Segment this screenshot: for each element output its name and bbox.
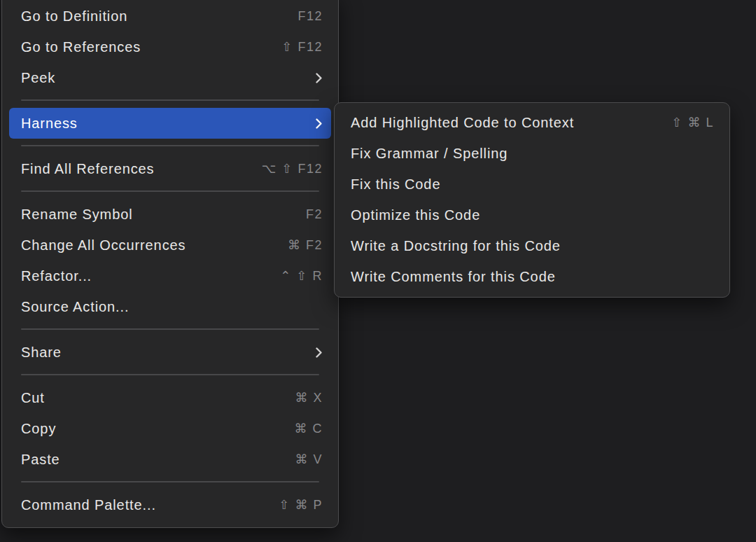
menu-item-label: Optimize this Code bbox=[351, 207, 480, 223]
shortcut-label: ⌘ C bbox=[295, 421, 323, 436]
chevron-right-icon bbox=[315, 347, 323, 359]
shortcut-label: ⌥ ⇧ F12 bbox=[262, 161, 323, 176]
menu-item-label: Rename Symbol bbox=[21, 207, 133, 223]
editor-context-menu: Go to DefinitionF12Go to References⇧ F12… bbox=[1, 0, 339, 528]
menu-item-label: Share bbox=[21, 345, 62, 361]
menu-item-label: Find All References bbox=[21, 161, 155, 177]
menu-item-label: Write a Docstring for this Code bbox=[351, 238, 561, 254]
shortcut-label: ⌘ X bbox=[295, 390, 323, 405]
menu-separator bbox=[21, 145, 319, 146]
shortcut-label: ⇧ ⌘ P bbox=[279, 497, 323, 513]
submenu-item-write-a-docstring-for-this-code[interactable]: Write a Docstring for this Code bbox=[342, 230, 722, 261]
menu-item-peek[interactable]: Peek bbox=[9, 62, 331, 93]
shortcut-label: F2 bbox=[306, 207, 323, 222]
chevron-right-icon bbox=[315, 72, 323, 84]
menu-item-rename-symbol[interactable]: Rename SymbolF2 bbox=[9, 199, 331, 230]
shortcut-label: ⇧ F12 bbox=[281, 39, 323, 55]
menu-item-go-to-definition[interactable]: Go to DefinitionF12 bbox=[9, 1, 331, 32]
shortcut-label: ⌘ V bbox=[295, 452, 323, 467]
harness-submenu: Add Highlighted Code to Context⇧ ⌘ LFix … bbox=[334, 102, 730, 298]
shortcut-label: ⇧ ⌘ L bbox=[671, 115, 714, 130]
submenu-item-fix-grammar-spelling[interactable]: Fix Grammar / Spelling bbox=[342, 138, 722, 169]
page-background: Go to DefinitionF12Go to References⇧ F12… bbox=[0, 0, 756, 542]
menu-item-label: Refactor... bbox=[21, 268, 92, 284]
menu-item-label: Go to Definition bbox=[21, 8, 127, 25]
menu-item-paste[interactable]: Paste⌘ V bbox=[9, 444, 331, 475]
menu-separator bbox=[21, 190, 319, 192]
submenu-item-write-comments-for-this-code[interactable]: Write Comments for this Code bbox=[342, 261, 722, 292]
submenu-item-add-highlighted-code-to-context[interactable]: Add Highlighted Code to Context⇧ ⌘ L bbox=[342, 107, 722, 138]
shortcut-label: ⌘ F2 bbox=[288, 237, 323, 253]
menu-item-label: Write Comments for this Code bbox=[351, 269, 556, 285]
menu-item-label: Peek bbox=[21, 70, 55, 86]
menu-item-source-action[interactable]: Source Action... bbox=[9, 291, 331, 322]
menu-item-label: Go to References bbox=[21, 39, 141, 55]
menu-item-command-palette[interactable]: Command Palette...⇧ ⌘ P bbox=[9, 489, 331, 520]
menu-item-label: Copy bbox=[21, 421, 56, 437]
submenu-item-fix-this-code[interactable]: Fix this Code bbox=[342, 169, 722, 200]
menu-item-share[interactable]: Share bbox=[9, 337, 331, 368]
submenu-item-optimize-this-code[interactable]: Optimize this Code bbox=[342, 200, 722, 230]
menu-item-label: Change All Occurrences bbox=[21, 237, 186, 253]
menu-item-label: Fix Grammar / Spelling bbox=[351, 146, 507, 162]
menu-item-go-to-references[interactable]: Go to References⇧ F12 bbox=[9, 32, 331, 62]
menu-item-label: Source Action... bbox=[21, 299, 129, 315]
shortcut-label: F12 bbox=[298, 9, 323, 24]
menu-separator bbox=[21, 481, 319, 482]
menu-item-harness[interactable]: Harness bbox=[9, 108, 331, 139]
menu-separator bbox=[21, 328, 319, 330]
chevron-right-icon bbox=[315, 118, 323, 130]
menu-item-refactor[interactable]: Refactor...⌃ ⇧ R bbox=[9, 260, 331, 291]
menu-separator bbox=[21, 99, 319, 101]
menu-item-change-all-occurrences[interactable]: Change All Occurrences⌘ F2 bbox=[9, 230, 331, 260]
menu-item-copy[interactable]: Copy⌘ C bbox=[9, 413, 331, 444]
menu-separator bbox=[21, 374, 319, 375]
menu-item-label: Harness bbox=[21, 116, 78, 132]
menu-item-cut[interactable]: Cut⌘ X bbox=[9, 382, 331, 413]
menu-item-label: Command Palette... bbox=[21, 497, 156, 513]
menu-item-label: Add Highlighted Code to Context bbox=[351, 115, 574, 131]
shortcut-label: ⌃ ⇧ R bbox=[280, 268, 323, 284]
menu-item-label: Cut bbox=[21, 390, 45, 406]
menu-item-label: Fix this Code bbox=[351, 176, 440, 193]
menu-item-label: Paste bbox=[21, 452, 60, 468]
menu-item-find-all-references[interactable]: Find All References⌥ ⇧ F12 bbox=[9, 153, 331, 184]
